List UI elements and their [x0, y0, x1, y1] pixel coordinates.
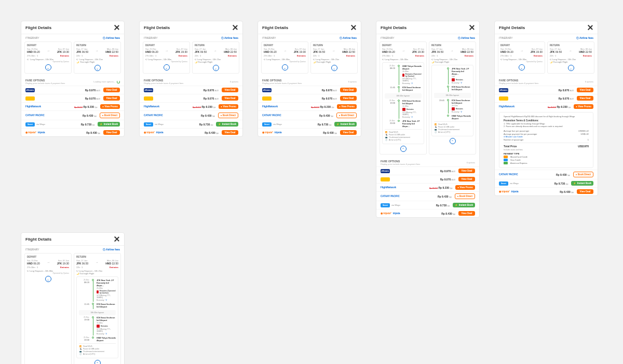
fare-action-button[interactable]: ● Book Direct [455, 193, 475, 199]
fare-row: Rp 9.070 AUD View Deal [376, 175, 479, 183]
airline-fees-link[interactable]: ⓘ Airline fees [103, 248, 120, 251]
fare-action-button[interactable]: ⚡ Instant Book [453, 203, 475, 207]
provider-logo: ◉ tripsta° [381, 212, 391, 215]
fare-action-button[interactable]: ● Book Direct [573, 172, 593, 177]
airline-fees-link[interactable]: ⓘ Airline fees [576, 36, 593, 39]
depart-box: DEPART Sat, 25 DecHND 06:20 → Sun, 07 Ja… [261, 41, 308, 74]
provider-logo [262, 96, 272, 101]
close-icon[interactable] [350, 24, 357, 31]
arrow-icon: → [568, 48, 573, 53]
fare-action-button[interactable]: ● View Promo [100, 104, 120, 109]
airline-logo-icon [402, 74, 404, 77]
amenities: 📶Good Wi-Fi 🔌Power & USB outlet 📺On-dema… [385, 129, 422, 141]
provider-logo: ◉ tripsta° [262, 131, 273, 134]
fare-action-button[interactable]: ● View Promo [455, 185, 475, 190]
fare-price: Rp 8.430 [205, 131, 215, 134]
fare-row: Rp 9.070 AUD View Deal [495, 94, 598, 102]
provider-logo [499, 96, 508, 101]
fare-list: eDreamsRp 8.970 AUD View Deal Rp 9.070 A… [495, 86, 598, 195]
fare-action-button[interactable]: View Deal [577, 88, 593, 92]
close-icon[interactable] [232, 24, 238, 31]
fare-action-button[interactable]: ● Book Direct [100, 113, 120, 118]
arrow-icon: → [94, 48, 100, 53]
expand-return-icon[interactable]: ⌄ [94, 65, 101, 71]
layover-badge: 18h 50m layover [385, 93, 422, 99]
expand-icon[interactable]: ⌄ [519, 64, 525, 71]
expand-icon[interactable]: ⌄ [331, 65, 337, 71]
collapse-icon[interactable]: ⌃ [94, 360, 101, 364]
arrow-icon: → [46, 260, 51, 265]
fare-action-button[interactable]: ● View Promo [337, 104, 357, 109]
return-box: RETURN Sun, 27 JanJFK 06:50 → Mon, 06 Ja… [192, 41, 239, 74]
provider-logo: eDreams [144, 88, 153, 92]
fare-action-button[interactable]: ● Book Direct [218, 113, 238, 118]
expand-icon[interactable]: ⌄ [568, 65, 574, 71]
airline-logo-icon [452, 107, 455, 110]
airline-fees-link[interactable]: ⓘ Airline fees [221, 36, 238, 39]
expand-icon[interactable]: ⌄ [282, 64, 288, 71]
payment-type-row: American Express [504, 162, 589, 164]
fare-action-button[interactable]: ● View Promo [219, 104, 238, 109]
provider-logo: ◉ tripsta° [499, 190, 510, 193]
fare-action-button[interactable]: View Deal [577, 96, 593, 101]
fare-action-button[interactable]: View Deal [340, 88, 357, 92]
airline-fees-link[interactable]: ⓘ Airline fees [340, 36, 357, 39]
expand-depart-icon[interactable]: ⌄ [45, 64, 51, 71]
fare-action-button[interactable]: View Deal [103, 88, 120, 92]
airline-logo-icon [402, 108, 405, 111]
fare-action-button[interactable]: ● Book Direct [336, 113, 357, 118]
fare-price: Rp 9.430 [556, 173, 567, 176]
promo-details: Special FlightNetwork Rp250.000 discount… [499, 112, 593, 168]
fare-action-button[interactable]: ● View Promo [574, 104, 593, 109]
provider-logo: eDreams [381, 169, 390, 173]
airline-fees-link[interactable]: ⓘ Airline fees [458, 36, 475, 39]
expand-icon[interactable]: ⌄ [164, 64, 170, 71]
airline-logo-icon [97, 325, 100, 328]
close-icon[interactable] [587, 24, 593, 31]
fare-action-button[interactable]: ⚡ Instant Book [98, 122, 120, 127]
fare-action-button[interactable]: View Deal [458, 177, 475, 181]
provider-name: CATHAY PACIFIC [499, 173, 518, 176]
airline-fees-link[interactable]: ⓘ Airline fees [103, 36, 120, 39]
fare-action-button[interactable]: View Deal [577, 189, 593, 194]
depart-box: DEPART Sat, 25 DecHND 06:20 → Sun, 07 Ja… [498, 41, 545, 74]
close-icon[interactable] [114, 24, 120, 31]
airline-logo-icon [97, 290, 99, 293]
fare-row: ◉ tripsta°tripstaRp 8.430 /pp View Deal [376, 209, 479, 217]
close-icon[interactable] [469, 24, 475, 31]
close-icon[interactable] [114, 236, 120, 242]
fare-row: Smartvia WegoRp 9.730 /pp ⚡ Instant Book [140, 120, 242, 128]
fare-action-button[interactable]: View Deal [103, 96, 120, 101]
fare-price: Rp 9.730 [199, 123, 210, 126]
loading-indicator: Loading more options... [93, 80, 120, 83]
collapse-icon[interactable]: ⌃ [400, 146, 407, 152]
fare-action-button[interactable]: View Deal [458, 169, 475, 173]
fare-price: Rp 8.970 [85, 89, 96, 92]
fare-action-button[interactable]: View Deal [222, 96, 238, 101]
expand-icon[interactable]: ⌄ [213, 65, 219, 71]
flight-details-card: Flight Details ITINERARYⓘ Airline fees D… [494, 21, 598, 196]
return-box: RETURN Sun, 27 JanJFK 06:50 → Mon, 06 Ja… [547, 41, 594, 74]
fare-action-button[interactable]: View Deal [103, 130, 120, 135]
fare-row: FlightNetworkRp 19.023 Rp 9.230 /pp ● Vi… [140, 102, 242, 110]
fare-action-button[interactable]: ⚡ Instant Book [334, 122, 357, 127]
fare-action-button[interactable]: ⚡ Instant Book [571, 181, 593, 186]
arrow-icon: → [164, 48, 169, 53]
fare-row: Smartvia WegoRp 9.730 /pp ⚡ Instant Book [495, 179, 598, 187]
fare-action-button[interactable]: View Deal [458, 211, 475, 216]
fare-price: Rp 9.730 [318, 123, 329, 126]
fare-row: CATHAY PACIFICRp 9.430 /pp ● Book Direct [140, 110, 242, 120]
expand-icon[interactable]: ⌄ [45, 276, 51, 282]
provider-logo: Smart [381, 203, 390, 207]
timeline: JFK New York J F Kennedy Intl Airpo...14… [431, 65, 473, 136]
provider-logo [144, 96, 153, 101]
fare-action-button[interactable]: View Deal [340, 96, 357, 101]
provider-logo: eDreams [499, 88, 508, 92]
collapse-icon[interactable]: ⌃ [450, 138, 456, 144]
arrow-icon: → [94, 260, 100, 265]
fare-action-button[interactable]: View Deal [222, 130, 238, 135]
fare-action-button[interactable]: View Deal [340, 130, 357, 135]
fare-action-button[interactable]: ⚡ Instant Book [216, 122, 238, 127]
fare-action-button[interactable]: View Deal [222, 88, 238, 92]
fare-row: Smartvia WegoRp 9.730 /pp ⚡ Instant Book [376, 201, 479, 209]
